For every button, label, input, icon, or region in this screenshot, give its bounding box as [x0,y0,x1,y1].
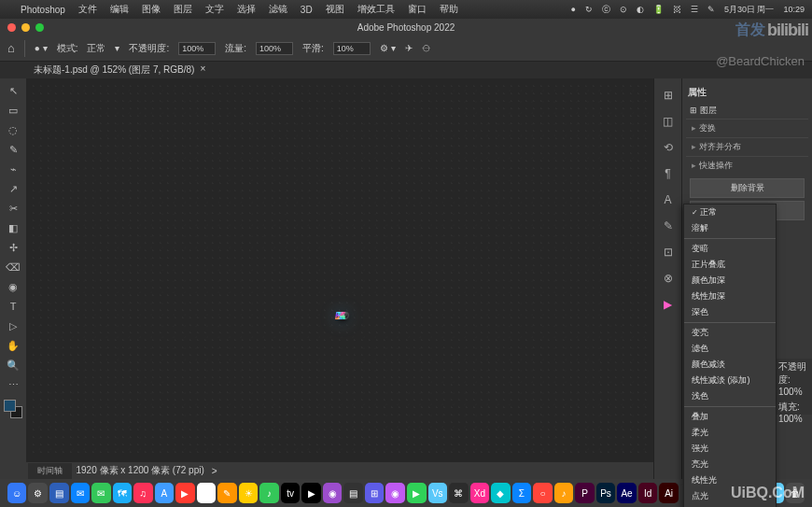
eyedropper-tool[interactable]: ↗ [4,180,22,197]
menu-window[interactable]: 窗口 [408,3,427,16]
status-icon[interactable]: ✎ [707,5,715,14]
blend-vivid-light[interactable]: 亮光 [684,457,776,472]
blend-soft-light[interactable]: 柔光 [684,425,776,441]
menubar-time[interactable]: 10:29 [783,5,805,14]
dock-app[interactable]: ◉ [323,483,343,503]
section-align[interactable]: 对齐并分布 [686,137,808,156]
dock-app[interactable]: ⚙ [28,483,48,503]
menu-plugins[interactable]: 增效工具 [357,3,395,16]
dock-app[interactable]: ▶ [407,483,427,503]
marquee-tool[interactable]: ▭ [4,102,22,119]
panel-icon[interactable]: ⊞ [659,86,678,105]
blend-color-dodge[interactable]: 颜色减淡 [684,357,776,373]
panel-icon[interactable]: ⊡ [659,243,678,261]
dock-app[interactable]: ♫ [133,483,153,503]
chevron-right-icon[interactable]: > [212,466,217,476]
more-tools[interactable]: ⋯ [4,376,22,393]
blend-darker-color[interactable]: 深色 [684,304,776,320]
fg-color[interactable] [4,400,16,412]
dock-app[interactable]: P [575,483,595,503]
status-icon[interactable]: ● [571,5,576,14]
dock-app[interactable]: ⊞ [365,483,385,503]
dock-app[interactable]: Ps [596,483,616,503]
dock-app[interactable]: ▤ [343,483,363,503]
menu-type[interactable]: 文字 [205,3,224,16]
menu-file[interactable]: 文件 [78,3,97,16]
menu-select[interactable]: 选择 [237,3,256,16]
blend-hard-light[interactable]: 强光 [684,441,776,457]
gear-icon[interactable]: ⚙ ▾ [380,43,396,53]
dock-app[interactable]: ♪ [554,483,574,503]
opacity-input[interactable] [178,42,216,55]
dock-app[interactable]: A [155,483,175,503]
dock-app[interactable]: Ae [617,483,637,503]
healing-tool[interactable]: ✂ [4,200,22,217]
brush-tool[interactable]: ✎ [4,141,22,158]
blend-linear-dodge[interactable]: 线性减淡 (添加) [684,373,776,388]
dock-app[interactable]: 30 [197,483,217,503]
menu-view[interactable]: 视图 [326,3,344,16]
blend-overlay[interactable]: 叠加 [684,409,776,425]
dock-app[interactable]: ○ [533,483,553,503]
airbrush-icon[interactable]: ✈ [405,43,413,53]
document-tab[interactable]: 未标题-1.psd @ 152% (图层 7, RGB/8) × [26,62,213,78]
dock-app[interactable]: Ai [659,483,679,503]
dock-app[interactable]: 🗺 [113,483,133,503]
color-swatch[interactable] [4,400,22,418]
dock-app[interactable]: tv [281,483,301,503]
panel-icon[interactable]: ⊗ [659,269,678,288]
flow-input[interactable] [256,42,293,55]
gradient-tool[interactable]: ◧ [4,219,22,236]
section-transform[interactable]: 变换 [686,119,808,137]
dock-app[interactable]: Vs [428,483,448,503]
lasso-tool[interactable]: ◌ [4,121,22,138]
menu-filter[interactable]: 滤镜 [269,3,287,16]
menu-help[interactable]: 帮助 [440,3,458,16]
close-window-button[interactable] [7,23,16,32]
dock-app[interactable]: Σ [512,483,532,503]
clone-tool[interactable]: ✢ [4,239,22,256]
dock-app[interactable]: ▶ [175,483,195,503]
dock-app[interactable]: ☀ [239,483,259,503]
mode-select[interactable]: 正常 [87,42,105,55]
move-tool[interactable]: ↖ [4,82,22,99]
menubar-date[interactable]: 5月30日 周一 [724,4,775,16]
dock-app[interactable]: ✉ [71,483,91,503]
hand-tool[interactable]: ✋ [4,337,22,354]
crop-tool[interactable]: ⌁ [4,161,22,177]
type-tool[interactable]: T [4,298,22,315]
minimize-window-button[interactable] [21,23,30,32]
status-icon[interactable]: ⓒ [602,4,610,16]
blend-lighten[interactable]: 变亮 [684,325,776,341]
blend-multiply[interactable]: 正片叠底 [684,257,776,273]
status-icon[interactable]: ◐ [637,5,644,14]
section-quick-actions[interactable]: 快速操作 [686,156,808,175]
blend-screen[interactable]: 滤色 [684,341,776,357]
layer-opacity-value[interactable]: 100% [778,387,803,397]
status-icon[interactable]: ↻ [585,5,593,14]
menu-edit[interactable]: 编辑 [110,3,129,16]
canvas[interactable]: BEARD [32,84,648,458]
remove-bg-button[interactable]: 删除背景 [690,178,805,198]
dock-app[interactable]: ◉ [385,483,405,503]
blend-color-burn[interactable]: 颜色加深 [684,273,776,289]
blend-darken[interactable]: 变暗 [684,241,776,257]
menu-layer[interactable]: 图层 [174,3,192,16]
dock-app[interactable]: ✉ [91,483,111,503]
path-tool[interactable]: ▷ [4,317,22,334]
history-icon[interactable]: ⟲ [659,138,678,157]
battery-icon[interactable]: 🔋 [653,5,664,14]
status-icon[interactable]: ⊙ [620,5,627,14]
wifi-icon[interactable]: ᯼ [673,5,681,14]
blend-normal[interactable]: 正常 [684,204,776,220]
dock-app[interactable]: Id [638,483,658,503]
dock-app[interactable]: ▶ [301,483,321,503]
eraser-tool[interactable]: ⌫ [4,259,22,275]
blend-linear-burn[interactable]: 线性加深 [684,289,776,304]
dock-app[interactable]: ◆ [491,483,511,503]
dock-app[interactable]: Xd [470,483,490,503]
blend-dissolve[interactable]: 溶解 [684,220,776,236]
panel-icon[interactable]: ▶ [659,295,678,314]
zoom-tool[interactable]: 🔍 [4,357,22,373]
control-center-icon[interactable]: ☰ [691,5,698,14]
